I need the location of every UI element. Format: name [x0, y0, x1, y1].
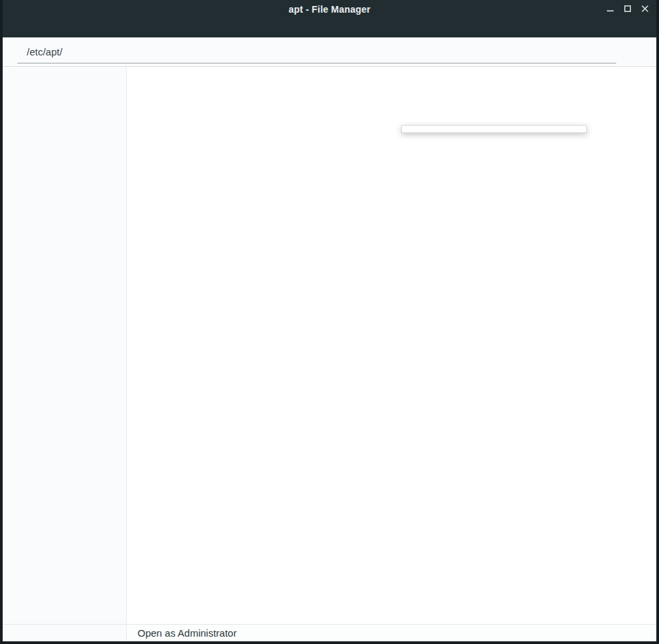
file-manager-window: apt - File Manager /etc/apt/ Open as Adm… [0, 0, 659, 644]
statusbar: Open as Administrator [3, 624, 656, 641]
minimize-button[interactable] [604, 3, 616, 15]
titlebar: apt - File Manager [3, 0, 656, 19]
file-view[interactable] [127, 67, 656, 624]
toolbar: /etc/apt/ [3, 37, 656, 67]
context-menu [401, 125, 587, 133]
close-button[interactable] [639, 3, 651, 15]
maximize-icon [624, 3, 632, 15]
path-bar[interactable]: /etc/apt/ [17, 41, 616, 63]
refresh-button[interactable] [626, 41, 648, 63]
close-icon [641, 3, 649, 15]
minimize-icon [606, 3, 614, 15]
status-text: Open as Administrator [138, 627, 236, 639]
statusbar-main: Open as Administrator [127, 625, 656, 641]
path-text: /etc/apt/ [27, 46, 62, 57]
sidebar [3, 67, 127, 624]
menubar [3, 19, 656, 37]
window-controls [604, 0, 651, 19]
window-title: apt - File Manager [3, 4, 656, 15]
maximize-button[interactable] [622, 3, 634, 15]
statusbar-sidebar-area [3, 625, 127, 641]
